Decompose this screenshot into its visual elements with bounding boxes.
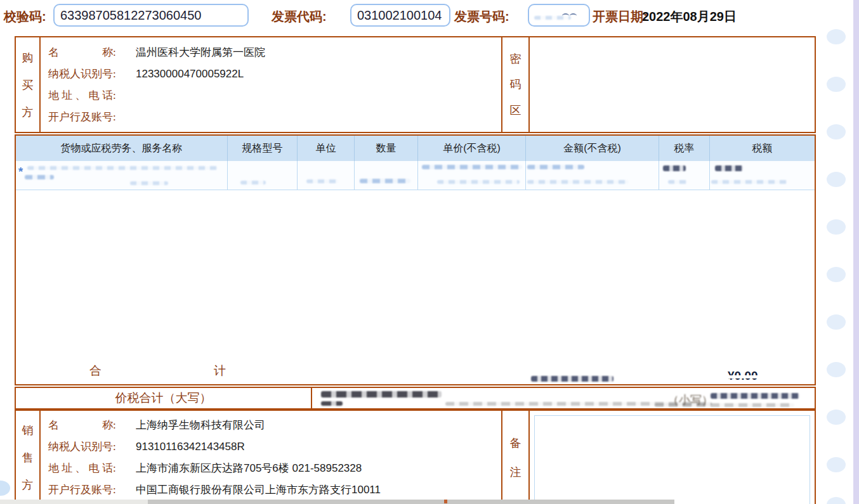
invoice-code-input[interactable]: 031002100104 <box>350 4 450 27</box>
col-header-price: 单价(不含税) <box>418 136 526 161</box>
sum-label: 价税合计（大写） <box>16 388 312 408</box>
buyer-bank-row: 开户行及账号: <box>48 110 495 124</box>
item-spec-cell <box>228 161 298 190</box>
redacted-smudge <box>663 165 686 171</box>
check-code-value: 63398705812273060450 <box>60 8 201 23</box>
item-amount-cell <box>526 161 659 190</box>
redacted-small-amount <box>711 393 799 399</box>
invoice-page: 校验码: 63398705812273060450 发票代码: 03100210… <box>0 0 859 504</box>
sum-row: 价税合计（大写） （小写） <box>15 387 816 410</box>
seller-name-value: 上海纳孚生物科技有限公司 <box>136 418 265 432</box>
items-header-row: 货物或应税劳务、服务名称 规格型号 单位 数量 单价(不含税) 金额(不含税) … <box>16 136 815 161</box>
redacted-smudge <box>130 181 168 185</box>
seller-side-label: 销 售 方 <box>16 411 41 504</box>
seller-name-row: 名 称: 上海纳孚生物科技有限公司 <box>48 418 495 432</box>
issue-date-value: 2022年08月29日 <box>642 8 737 25</box>
seller-side-char: 方 <box>22 477 34 493</box>
remarks-side-label: 备 注 <box>501 411 530 504</box>
seller-bank-label: 开户行及账号: <box>48 483 136 496</box>
password-side-char: 码 <box>510 77 521 92</box>
margin-dot <box>827 497 846 504</box>
item-name-cell: * <box>16 161 228 190</box>
item-price-cell <box>418 161 526 190</box>
item-name-prefix: * <box>18 165 23 179</box>
redacted-smudge <box>527 180 629 184</box>
password-side-char: 区 <box>510 103 521 118</box>
total-tax-amount: ¥0.00 <box>728 369 758 383</box>
margin-dot <box>0 481 10 496</box>
seller-taxid-value: 91310116342143458R <box>136 440 245 453</box>
invoice-number-input[interactable] <box>528 4 590 27</box>
invoice-code-label: 发票代码: <box>272 8 327 25</box>
remarks-cell <box>530 411 815 504</box>
buyer-taxid-label: 纳税人识别号: <box>48 67 136 81</box>
invoice-number-label: 发票号码: <box>454 8 509 25</box>
total-label-right: 计 <box>214 363 226 379</box>
item-unit-cell <box>298 161 355 190</box>
seller-taxid-row: 纳税人识别号: 91310116342143458R <box>48 440 495 453</box>
redacted-smudge <box>570 13 577 18</box>
password-area-label: 密 码 区 <box>501 37 530 132</box>
sum-values: （小写） <box>312 388 815 408</box>
buyer-side-char: 方 <box>22 105 34 120</box>
margin-dot <box>827 29 846 44</box>
buyer-address-label: 地 址 、 电 话: <box>48 89 136 102</box>
seller-info: 名 称: 上海纳孚生物科技有限公司 纳税人识别号: 91310116342143… <box>41 411 501 504</box>
bottom-band <box>148 500 674 504</box>
buyer-info: 名 称: 温州医科大学附属第一医院 纳税人识别号: 12330000470005… <box>41 37 501 132</box>
issue-date-label: 开票日期: <box>593 8 648 25</box>
items-table: 货物或应税劳务、服务名称 规格型号 单位 数量 单价(不含税) 金额(不含税) … <box>15 134 816 385</box>
buyer-taxid-value: 12330000470005922L <box>136 67 244 81</box>
redacted-smudge <box>321 401 343 406</box>
remarks-side-char: 注 <box>510 465 521 480</box>
col-header-spec: 规格型号 <box>228 136 298 161</box>
redacted-smudge <box>527 165 584 169</box>
redacted-smudge <box>711 180 787 184</box>
items-total-row: 合 计 ¥0.00 <box>16 349 815 384</box>
redacted-smudge <box>715 165 743 171</box>
buyer-side-char: 买 <box>22 77 34 93</box>
redacted-smudge <box>668 180 687 184</box>
col-header-qty: 数量 <box>355 136 418 161</box>
bottom-band <box>0 500 148 504</box>
seller-name-label: 名 称: <box>48 418 136 432</box>
redacted-smudge <box>562 13 569 18</box>
item-row: * <box>16 161 815 190</box>
seller-taxid-label: 纳税人识别号: <box>48 440 136 453</box>
check-code-input[interactable]: 63398705812273060450 <box>53 4 249 27</box>
margin-dot <box>827 124 846 139</box>
redacted-smudge <box>27 166 218 170</box>
margin-dot <box>827 362 846 377</box>
col-header-tax: 税额 <box>710 136 815 161</box>
buyer-name-value: 温州医科大学附属第一医院 <box>136 46 265 59</box>
seller-side-char: 销 <box>22 423 34 438</box>
remarks-box[interactable] <box>534 415 810 504</box>
password-side-char: 密 <box>510 51 521 67</box>
margin-dot <box>827 267 846 282</box>
item-qty-cell <box>355 161 418 190</box>
buyer-name-row: 名 称: 温州医科大学附属第一医院 <box>48 46 495 59</box>
redacted-total-amount <box>531 376 613 382</box>
col-header-taxrate: 税率 <box>659 136 710 161</box>
redacted-smudge <box>437 180 520 184</box>
margin-dot <box>827 219 846 235</box>
redacted-smudge <box>360 179 410 183</box>
item-tax-cell <box>710 161 815 190</box>
seller-side-char: 售 <box>22 450 34 465</box>
redacted-smudge <box>655 403 794 407</box>
redacted-smudge <box>422 165 522 169</box>
col-header-amount: 金额(不含税) <box>526 136 659 161</box>
seller-address-row: 地 址 、 电 话: 上海市浦东新区庆达路705号6楼 021-58952328 <box>48 462 495 475</box>
col-header-unit: 单位 <box>298 136 355 161</box>
remarks-side-char: 备 <box>510 436 521 451</box>
redacted-smudge <box>306 179 338 183</box>
scrollbar-track[interactable] <box>853 0 859 504</box>
redacted-smudge <box>25 175 54 179</box>
margin-dot <box>827 77 846 92</box>
seller-bank-row: 开户行及账号: 中国工商银行股份有限公司上海市东方路支行10011 <box>48 483 495 496</box>
margin-dot <box>827 172 846 187</box>
seller-bank-value: 中国工商银行股份有限公司上海市东方路支行10011 <box>136 483 381 496</box>
bottom-tick <box>444 500 447 503</box>
seller-address-value: 上海市浦东新区庆达路705号6楼 021-58952328 <box>136 462 362 475</box>
margin-dot <box>827 457 846 472</box>
